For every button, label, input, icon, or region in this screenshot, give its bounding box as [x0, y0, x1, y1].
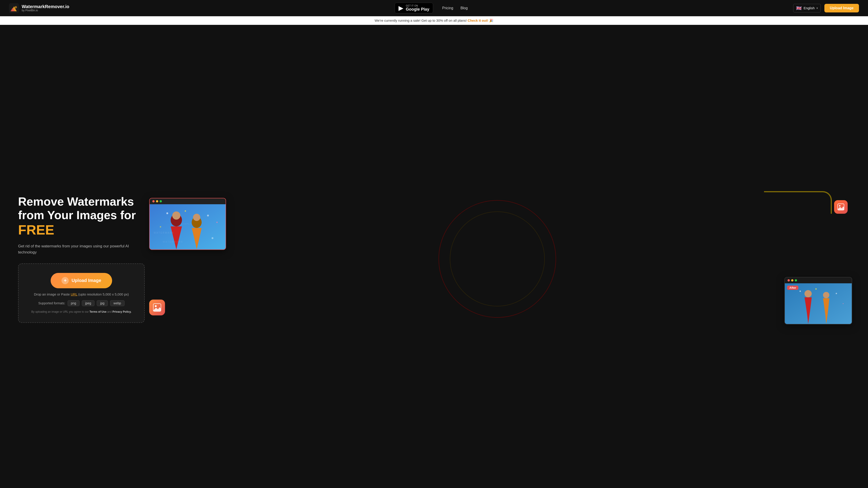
svg-point-24	[800, 291, 801, 292]
svg-point-29	[155, 305, 157, 307]
upload-btn-label: Upload Image	[71, 278, 101, 283]
svg-marker-30	[153, 307, 161, 311]
svg-text:SAMPLE: SAMPLE	[181, 223, 192, 225]
hero-title-free: FREE	[18, 222, 54, 237]
logo-icon	[9, 3, 19, 13]
svg-point-17	[212, 237, 213, 239]
logo-title: WatermarkRemover.io	[22, 4, 69, 9]
nav-center: ▶ GET IT ON Google Play Pricing Blog	[395, 3, 468, 13]
svg-point-14	[207, 215, 209, 217]
after-label: After	[787, 286, 798, 290]
drop-resolution: (upto resolution 5,000 x 5,000 px)	[78, 292, 129, 296]
sale-text: We're currently running a sale! Get up t…	[375, 19, 467, 22]
upload-image-button-main[interactable]: + Upload Image	[51, 273, 112, 288]
upload-image-button-nav[interactable]: Upload Image	[825, 4, 859, 12]
chevron-down-icon: ▾	[816, 6, 818, 10]
svg-marker-6	[838, 206, 844, 210]
google-play-link[interactable]: ▶ GET IT ON Google Play	[395, 3, 433, 13]
plus-icon: +	[61, 277, 69, 284]
svg-point-15	[216, 222, 218, 223]
after-card-titlebar	[785, 278, 852, 283]
format-png: png	[68, 300, 80, 306]
sale-banner: We're currently running a sale! Get up t…	[0, 16, 868, 25]
hero-illustration: Before	[145, 191, 850, 327]
flag-icon: 🇬🇧	[796, 5, 802, 11]
image-icon-bottom	[153, 303, 161, 312]
before-image-area: Before	[150, 204, 225, 250]
svg-point-13	[185, 210, 186, 212]
after-dot-yellow	[791, 279, 794, 282]
nav-link-pricing[interactable]: Pricing	[442, 6, 453, 10]
dot-green	[160, 200, 162, 202]
svg-point-25	[815, 288, 817, 290]
privacy-link[interactable]: Privacy Policy.	[113, 310, 131, 313]
logo-text-group: WatermarkRemover.io by PixelBin.io	[22, 4, 69, 12]
svg-point-9	[172, 212, 180, 220]
badge-small-text: GET IT ON	[406, 4, 429, 7]
navbar: WatermarkRemover.io by PixelBin.io ▶ GET…	[0, 0, 868, 16]
after-dot-red	[787, 279, 790, 282]
dot-yellow	[156, 200, 158, 202]
logo-subtitle: by PixelBin.io	[22, 9, 69, 12]
formats-label: Supported formats:	[38, 301, 65, 305]
svg-point-3	[15, 6, 17, 8]
nav-links: Pricing Blog	[442, 6, 468, 10]
svg-point-26	[836, 293, 837, 294]
format-jpg: jpg	[97, 300, 108, 306]
curve-decoration	[764, 191, 832, 214]
formats-row: Supported formats: png jpeg jpg webp	[38, 300, 124, 306]
before-photo: WATERMARK SAMPLE WATERMARK	[150, 204, 225, 250]
badge-text: GET IT ON Google Play	[406, 4, 429, 12]
svg-point-16	[160, 226, 161, 228]
svg-point-22	[804, 290, 812, 297]
hero-title-line1: Remove Watermarks	[18, 195, 134, 208]
tos-link[interactable]: Terms of Use	[90, 310, 106, 313]
hero-description: Get rid of the watermarks from your imag…	[18, 243, 145, 255]
image-icon-top	[837, 203, 844, 210]
badge-large-text: Google Play	[406, 7, 429, 12]
decorative-circle-inner	[450, 212, 545, 306]
svg-text:WATERMARK: WATERMARK	[163, 240, 183, 243]
svg-point-23	[823, 292, 829, 298]
format-jpeg: jpeg	[82, 300, 94, 306]
svg-point-5	[839, 205, 840, 206]
svg-point-27	[843, 303, 844, 304]
url-link[interactable]: URL	[71, 292, 77, 296]
hero-title: Remove Watermarks from Your Images for F…	[18, 195, 145, 238]
svg-point-11	[193, 214, 200, 221]
language-selector[interactable]: 🇬🇧 English ▾	[793, 4, 821, 12]
drop-hint-prefix: Drop an image or Paste	[34, 292, 70, 296]
hero-left: Remove Watermarks from Your Images for F…	[18, 195, 145, 323]
svg-text:WATERMARK: WATERMARK	[154, 232, 174, 234]
nav-right: 🇬🇧 English ▾ Upload Image	[793, 4, 859, 12]
floating-icon-top	[834, 200, 848, 214]
drop-hint-text: Drop an image or Paste URL (upto resolut…	[34, 292, 129, 296]
sale-cta-link[interactable]: Check it out! 🎉	[468, 19, 493, 22]
svg-point-12	[166, 213, 168, 214]
hero-title-line2: from Your Images for	[18, 208, 136, 222]
language-label: English	[804, 6, 815, 10]
after-card: After	[784, 277, 852, 324]
nav-logo-group: WatermarkRemover.io by PixelBin.io	[9, 3, 69, 13]
upload-zone: + Upload Image Drop an image or Paste UR…	[18, 263, 145, 323]
tos-text: By uploading an image or URL you agree t…	[31, 310, 131, 313]
after-dot-green	[795, 279, 797, 282]
floating-icon-bottom	[149, 300, 165, 315]
before-scene-svg: WATERMARK SAMPLE WATERMARK	[150, 204, 225, 250]
nav-link-blog[interactable]: Blog	[460, 6, 468, 10]
before-card: Before	[149, 198, 226, 250]
dot-red	[152, 200, 155, 202]
before-card-titlebar	[150, 198, 225, 204]
hero-section: Remove Watermarks from Your Images for F…	[0, 25, 868, 488]
format-webp: webp	[110, 300, 124, 306]
play-icon: ▶	[399, 4, 403, 12]
after-image-area: After	[785, 283, 852, 324]
